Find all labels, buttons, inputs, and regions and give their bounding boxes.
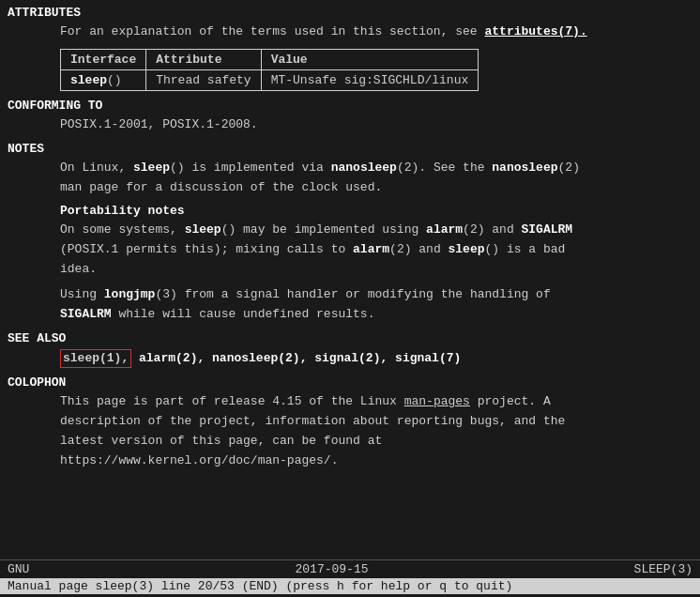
table-header-row: Interface Attribute Value: [61, 49, 479, 69]
colophon-line1: This page is part of release 4.15 of the…: [60, 393, 692, 411]
conforming-title: CONFORMING TO: [8, 99, 692, 113]
sleep1-link[interactable]: sleep(1),: [60, 349, 131, 369]
nanosleep-bold-2: nanosleep: [492, 161, 557, 175]
sleep-bold-2: sleep: [185, 222, 221, 237]
conforming-body: POSIX.1-2001, POSIX.1-2008.: [60, 116, 692, 134]
see-also-title: SEE ALSO: [8, 331, 692, 345]
main-content: ATTRIBUTES For an explanation of the ter…: [0, 0, 700, 559]
bottom-center: 2017-09-15: [295, 562, 368, 576]
colophon-line2: description of the project, information …: [60, 413, 692, 431]
col-interface: Interface: [61, 49, 146, 69]
notes-para2-line1: On some systems, sleep() may be implemen…: [60, 222, 692, 239]
colophon-text3: description of the project, information …: [60, 414, 565, 428]
see-also-section: SEE ALSO sleep(1), alarm(2), nanosleep(2…: [8, 331, 692, 369]
colophon-text4: latest version of this page, can be foun…: [60, 434, 382, 448]
col-attribute: Attribute: [146, 49, 261, 69]
man-pages-link[interactable]: man-pages: [404, 394, 470, 408]
alarm-bold-1: alarm: [426, 222, 463, 237]
attributes-section: ATTRIBUTES For an explanation of the ter…: [8, 6, 692, 91]
bottom-bar: GNU 2017-09-15 SLEEP(3): [0, 559, 700, 578]
attributes-title: ATTRIBUTES: [8, 6, 692, 20]
notes-para1: On Linux, sleep() is implemented via nan…: [60, 160, 692, 177]
bottom-left: GNU: [8, 562, 29, 576]
p2-text3: (2) and: [463, 222, 521, 237]
sleep-bold-1: sleep: [133, 161, 170, 175]
p2-text2: () may be implemented using: [221, 222, 426, 237]
portability-subtitle: Portability notes: [60, 204, 692, 218]
signal2-link[interactable]: signal(2),: [307, 351, 388, 365]
notes-text-5: man page for a discussion of the clock u…: [60, 180, 382, 194]
p3-text3: while will cause undefined results.: [112, 307, 375, 321]
notes-section: NOTES On Linux, sleep() is implemented v…: [8, 142, 692, 324]
table-row: sleep() Thread safety MT-Unsafe sig:SIGC…: [61, 69, 479, 90]
notes-para2-line2: (POSIX.1 permits this); mixing calls to …: [60, 241, 692, 259]
cell-attribute: Thread safety: [146, 69, 261, 90]
status-text: Manual page sleep(3) line 20/53 (END) (p…: [8, 579, 512, 593]
attributes-intro: For an explanation of the terms used in …: [60, 23, 692, 41]
p2-text5: (2) and: [389, 242, 448, 256]
notes-para3-line2: SIGALRM while will cause undefined resul…: [60, 306, 692, 324]
p2-text4: (POSIX.1 permits this); mixing calls to: [60, 242, 353, 256]
col-value: Value: [261, 49, 479, 69]
cell-interface: sleep(): [61, 69, 146, 90]
signal7-link[interactable]: signal(7): [388, 351, 461, 365]
sigalrm-bold-2: SIGALRM: [60, 307, 112, 321]
notes-text-1: On Linux,: [60, 161, 133, 175]
attributes-table: Interface Attribute Value sleep() Thread…: [60, 49, 479, 91]
notes-text-2: () is implemented via: [170, 161, 331, 175]
conforming-section: CONFORMING TO POSIX.1-2001, POSIX.1-2008…: [8, 99, 692, 134]
notes-title: NOTES: [8, 142, 692, 156]
see-also-links: sleep(1), alarm(2), nanosleep(2), signal…: [60, 349, 692, 369]
alarm2-link[interactable]: alarm(2),: [131, 351, 205, 365]
notes-para1-line2: man page for a discussion of the clock u…: [60, 179, 692, 197]
colophon-section: COLOPHON This page is part of release 4.…: [8, 375, 692, 469]
cell-value: MT-Unsafe sig:SIGCHLD/linux: [261, 69, 479, 90]
colophon-text1: This page is part of release 4.15 of the…: [60, 394, 404, 408]
notes-text-3: (2). See the: [397, 161, 492, 175]
p2-text1: On some systems,: [60, 222, 185, 237]
colophon-line4: https://www.kernel.org/doc/man-pages/.: [60, 452, 692, 470]
bottom-right: SLEEP(3): [634, 562, 692, 576]
alarm-bold-2: alarm: [353, 242, 389, 256]
status-bar: Manual page sleep(3) line 20/53 (END) (p…: [0, 578, 700, 594]
longjmp-bold: longjmp: [104, 287, 156, 301]
colophon-url: https://www.kernel.org/doc/man-pages/.: [60, 453, 338, 467]
attributes-link[interactable]: attributes(7).: [484, 24, 586, 38]
nanosleep2-link[interactable]: nanosleep(2),: [205, 351, 307, 365]
sigalrm-bold-1: SIGALRM: [522, 222, 573, 237]
colophon-title: COLOPHON: [8, 375, 692, 390]
colophon-line3: latest version of this page, can be foun…: [60, 433, 692, 451]
colophon-text2: project. A: [470, 394, 551, 408]
notes-para3-line1: Using longjmp(3) from a signal handler o…: [60, 286, 692, 304]
p2-text7: idea.: [60, 262, 97, 276]
notes-para2-line3: idea.: [60, 261, 692, 279]
p3-text1: Using: [60, 287, 104, 301]
sleep-bold-3: sleep: [449, 242, 485, 256]
p2-text6: () is a bad: [485, 242, 566, 256]
nanosleep-bold-1: nanosleep: [331, 161, 397, 175]
notes-text-4: (2): [558, 161, 580, 175]
attributes-intro-text: For an explanation of the terms used in …: [60, 24, 484, 38]
p3-text2: (3) from a signal handler or modifying t…: [155, 287, 550, 301]
